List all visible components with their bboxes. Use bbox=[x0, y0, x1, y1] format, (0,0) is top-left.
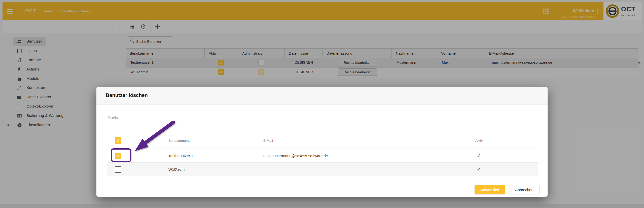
dialog-search-input[interactable] bbox=[104, 113, 540, 123]
aktiv-checkmark-icon: ✓ bbox=[477, 166, 481, 172]
delete-users-dialog: Benutzer löschen ✓ Benutzername E-Mail A… bbox=[96, 87, 548, 197]
dialog-col-benutzername: Benutzername bbox=[168, 139, 191, 143]
cell-email: maxmustermann@saxess-software.de bbox=[263, 154, 328, 158]
apply-button[interactable]: Anwenden bbox=[475, 185, 505, 194]
dialog-table-header: ✓ Benutzername E-Mail Aktiv bbox=[107, 132, 538, 149]
cell-benutzername: Testbenutzer 1 bbox=[168, 154, 193, 158]
select-all-checkbox-checked[interactable]: ✓ bbox=[115, 137, 121, 144]
dialog-title: Benutzer löschen bbox=[106, 92, 148, 98]
dialog-table-row[interactable]: W10\admin ✓ bbox=[107, 163, 538, 176]
dialog-col-email: E-Mail bbox=[263, 139, 273, 143]
dialog-user-table: ✓ Benutzername E-Mail Aktiv ✓ Testbenutz… bbox=[107, 132, 538, 176]
row-checkbox-unchecked[interactable] bbox=[115, 166, 121, 173]
cancel-button[interactable]: Abbrechen bbox=[509, 185, 540, 194]
cell-benutzername: W10\admin bbox=[168, 167, 188, 171]
dialog-col-aktiv: Aktiv bbox=[475, 139, 483, 143]
app-window: OCT Handbuch / settings / Users W10\admi… bbox=[0, 0, 644, 208]
dialog-table-row[interactable]: ✓ Testbenutzer 1 maxmustermann@saxess-so… bbox=[107, 149, 538, 163]
dialog-header: Benutzer löschen bbox=[96, 87, 548, 105]
aktiv-checkmark-icon: ✓ bbox=[477, 153, 481, 159]
annotation-highlight-box bbox=[111, 148, 131, 162]
